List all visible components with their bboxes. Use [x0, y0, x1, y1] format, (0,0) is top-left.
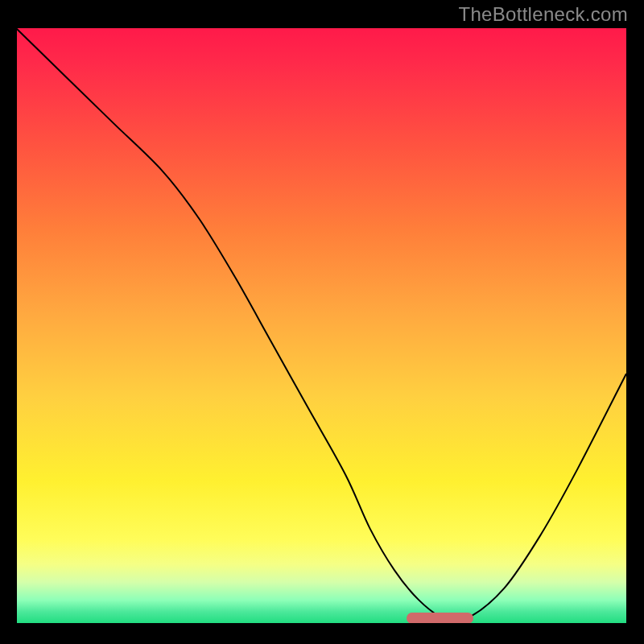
watermark-text: TheBottleneck.com	[458, 3, 628, 26]
bottleneck-curve-path	[16, 28, 626, 621]
bottleneck-chart: TheBottleneck.com	[0, 0, 644, 644]
plot-area	[16, 28, 626, 624]
curve-svg	[16, 28, 626, 624]
optimal-range-marker	[407, 613, 473, 624]
